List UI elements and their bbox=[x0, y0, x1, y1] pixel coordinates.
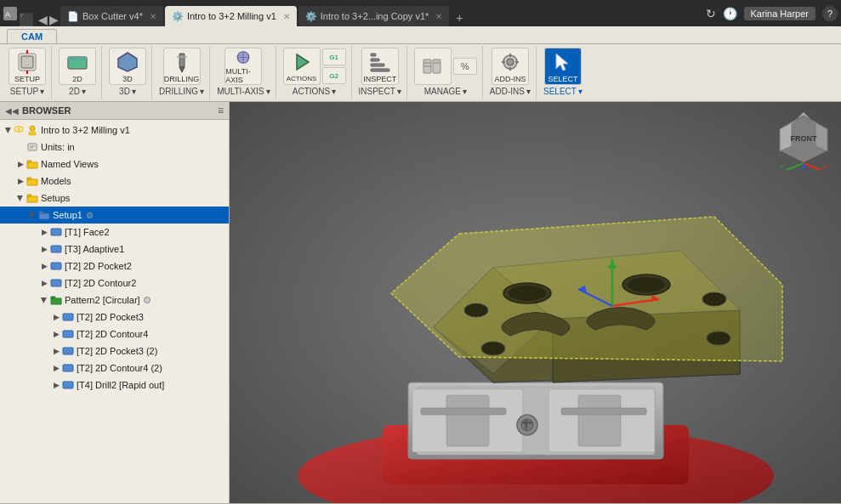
tab-icon: ⚙️ bbox=[172, 11, 184, 22]
tree-arrow[interactable]: ▶ bbox=[39, 244, 49, 254]
tree-item-adaptive1[interactable]: ▶ [T3] Adaptive1 bbox=[0, 241, 229, 258]
tree-arrow[interactable]: ▶ bbox=[51, 312, 61, 322]
drilling-buttons: DRILLING bbox=[163, 48, 201, 85]
multiaxis-group-label[interactable]: MULTI-AXIS ▾ bbox=[217, 87, 270, 98]
tree-arrow[interactable]: ▶ bbox=[51, 380, 61, 390]
setup-btn[interactable]: SETUP bbox=[9, 48, 46, 85]
select-btn[interactable]: SELECT bbox=[544, 48, 582, 85]
nav-back-btn[interactable]: ◀ bbox=[38, 13, 48, 26]
toolbar-group-3d: 3D 3D ▾ bbox=[104, 46, 152, 99]
tree-arrow[interactable]: ▶ bbox=[39, 295, 49, 305]
drilling-btn[interactable]: DRILLING bbox=[163, 48, 201, 85]
tree-item-label: [T2] 2D Contour2 bbox=[65, 278, 136, 288]
view-cube[interactable]: FRONT X Y Z bbox=[773, 109, 834, 170]
actions-group-label[interactable]: ACTIONS ▾ bbox=[293, 87, 336, 98]
tree-arrow[interactable]: ▶ bbox=[39, 261, 49, 271]
svg-rect-19 bbox=[371, 59, 379, 61]
svg-point-34 bbox=[18, 128, 20, 131]
tree-item-models[interactable]: ▶ Models bbox=[0, 173, 229, 190]
g2-btn[interactable]: G2 bbox=[322, 67, 346, 84]
tree-arrow[interactable]: ▶ bbox=[3, 125, 14, 135]
nav-forward-btn[interactable]: ▶ bbox=[49, 13, 59, 26]
tree-item-named-views[interactable]: ▶ Named Views bbox=[0, 156, 229, 173]
refresh-icon[interactable]: ↻ bbox=[706, 7, 716, 20]
tree-item-icon bbox=[49, 225, 63, 239]
tree-arrow[interactable]: ▶ bbox=[15, 176, 26, 186]
browser-collapse-btn[interactable]: ◀◀ bbox=[5, 106, 19, 116]
tree-item-pocket2[interactable]: ▶ [T2] 2D Pocket2 bbox=[0, 258, 229, 275]
tree-item-contour4-2[interactable]: ▶ [T2] 2D Contour4 (2) bbox=[0, 360, 229, 377]
svg-rect-18 bbox=[371, 64, 384, 66]
tree-arrow[interactable]: ▶ bbox=[39, 278, 49, 288]
select-group-label[interactable]: SELECT ▾ bbox=[543, 87, 582, 98]
tree-item-drill2[interactable]: ▶ [T4] Drill2 [Rapid out] bbox=[0, 377, 229, 394]
tree-item-face2[interactable]: ▶ [T1] Face2 bbox=[0, 224, 229, 241]
manage-pct-btn[interactable]: % bbox=[453, 58, 477, 75]
tree-arrow[interactable]: ▶ bbox=[51, 363, 61, 373]
svg-rect-22 bbox=[433, 59, 440, 73]
3d-viewport[interactable]: FRONT X Y Z bbox=[230, 102, 841, 503]
help-icon[interactable]: ? bbox=[822, 6, 838, 21]
quick-access-icon[interactable]: ⬛ bbox=[19, 13, 33, 26]
svg-point-72 bbox=[628, 277, 665, 292]
tree-item-units[interactable]: Units: in bbox=[0, 139, 229, 156]
tree-arrow[interactable] bbox=[15, 142, 26, 152]
tree-item-icon bbox=[37, 208, 51, 222]
tree-item-setup1[interactable]: ▶ Setup1 ⚙ bbox=[0, 207, 229, 224]
tree-item-label: Models bbox=[41, 176, 71, 186]
tree-arrow[interactable]: ▶ bbox=[51, 329, 61, 339]
tree-item-label: Units: in bbox=[41, 142, 75, 152]
tree-arrow[interactable]: ▶ bbox=[39, 227, 49, 237]
tree-item-pattern2[interactable]: ▶ Pattern2 [Circular] bbox=[0, 292, 229, 309]
tab-close-btn[interactable]: ✕ bbox=[435, 12, 442, 21]
new-tab-btn[interactable]: + bbox=[451, 9, 468, 26]
tab-box-cutter[interactable]: 📄 Box Cutter v4* ✕ bbox=[60, 6, 163, 26]
setup-group-label[interactable]: SETUP ▾ bbox=[10, 87, 44, 98]
browser-menu-btn[interactable]: ≡ bbox=[218, 105, 224, 116]
inspect-btn[interactable]: INSPECT bbox=[361, 48, 399, 85]
tab-icon: ⚙️ bbox=[305, 11, 317, 22]
multiaxis-btn[interactable]: MULTI-AXIS bbox=[224, 48, 262, 85]
tab-close-btn[interactable]: ✕ bbox=[150, 12, 156, 21]
tree-item-icon bbox=[26, 157, 39, 171]
tree-item-label: [T3] Adaptive1 bbox=[65, 244, 124, 254]
user-btn[interactable]: Karina Harper bbox=[744, 7, 815, 20]
tab-intro-milling[interactable]: ⚙️ Intro to 3+2 Milling v1 ✕ bbox=[165, 6, 297, 26]
actions-btn[interactable]: ACTIONS bbox=[283, 48, 321, 85]
tree-item-pocket3-2[interactable]: ▶ [T2] 2D Pocket3 (2) bbox=[0, 343, 229, 360]
toolbar-group-drilling: DRILLING DRILLING ▾ bbox=[154, 46, 210, 99]
tree-item-label: [T2] 2D Pocket2 bbox=[65, 261, 132, 271]
drilling-group-label[interactable]: DRILLING ▾ bbox=[159, 87, 204, 98]
tree-item-icon bbox=[61, 361, 75, 375]
tree-arrow[interactable]: ▶ bbox=[15, 193, 26, 203]
eye-icon[interactable] bbox=[14, 124, 24, 136]
tab-close-btn[interactable]: ✕ bbox=[283, 12, 290, 21]
svg-point-35 bbox=[30, 126, 35, 131]
tab-intro-milling-copy[interactable]: ⚙️ Intro to 3+2...ing Copy v1* ✕ bbox=[298, 6, 450, 26]
tree-item-label: [T4] Drill2 [Rapid out] bbox=[77, 380, 164, 390]
tree-item-root[interactable]: ▶ Intro to 3+2 Milling v1 bbox=[0, 122, 229, 139]
toolbar-group-inspect: INSPECT INSPECT ▾ bbox=[354, 46, 407, 99]
2d-group-label[interactable]: 2D ▾ bbox=[69, 87, 86, 98]
clock-icon: 🕐 bbox=[723, 7, 737, 20]
3d-group-label[interactable]: 3D ▾ bbox=[119, 87, 136, 98]
2d-btn[interactable]: 2D bbox=[59, 48, 96, 85]
g1-btn[interactable]: G1 bbox=[322, 48, 346, 65]
gear-icon[interactable]: ⚙ bbox=[86, 211, 94, 220]
manage-group-label[interactable]: MANAGE ▾ bbox=[424, 87, 467, 98]
tree-item-icon bbox=[26, 174, 39, 188]
manage-lib-btn[interactable] bbox=[414, 48, 452, 85]
tree-arrow[interactable]: ▶ bbox=[15, 159, 26, 169]
tree-item-contour2[interactable]: ▶ [T2] 2D Contour2 bbox=[0, 275, 229, 292]
tree-item-setups[interactable]: ▶ Setups bbox=[0, 190, 229, 207]
tree-item-contour4[interactable]: ▶ [T2] 2D Contour4 bbox=[0, 326, 229, 343]
toolbar: SETUP SETUP ▾ 2D 2D ▾ bbox=[0, 43, 841, 101]
addins-btn[interactable]: ADD-INS bbox=[492, 48, 529, 85]
inspect-group-label[interactable]: INSPECT ▾ bbox=[359, 87, 401, 98]
3d-btn[interactable]: 3D bbox=[109, 48, 146, 85]
tree-arrow[interactable]: ▶ bbox=[51, 346, 61, 356]
tree-item-pocket3[interactable]: ▶ [T2] 2D Pocket3 bbox=[0, 309, 229, 326]
tree-arrow[interactable]: ▶ bbox=[27, 210, 37, 220]
cam-tab[interactable]: CAM bbox=[7, 29, 57, 43]
addins-group-label[interactable]: ADD-INS ▾ bbox=[490, 87, 531, 98]
